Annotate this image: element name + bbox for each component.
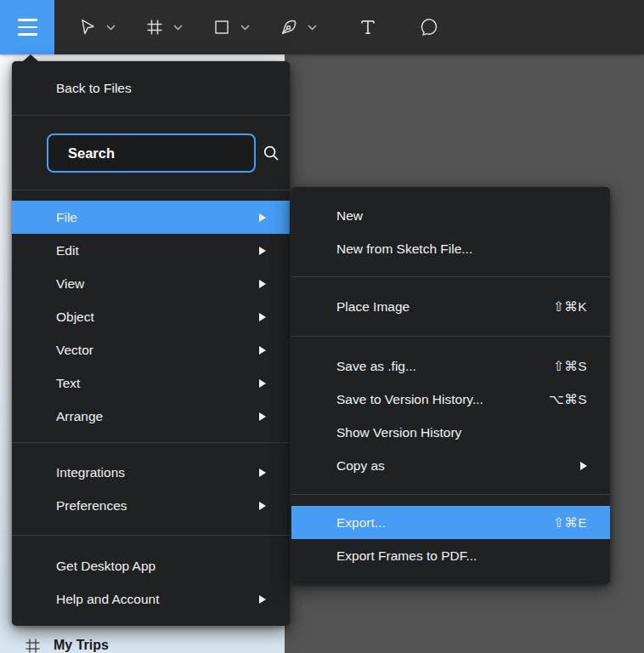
shape-tool-dropdown[interactable] xyxy=(239,25,251,31)
hamburger-icon xyxy=(18,19,37,21)
submenu-arrow-icon xyxy=(259,595,266,604)
submenu-arrow-icon xyxy=(259,247,266,255)
menu-section-app: Get Desktop App Help and Account xyxy=(12,536,290,626)
submenu-arrow-icon xyxy=(259,502,266,510)
shortcut-label: ⌥⌘S xyxy=(549,392,587,407)
submenu-section-export: Export... ⇧⌘E Export Frames to PDF... xyxy=(291,495,610,584)
main-menu-panel: Back to Files File Edit View Object xyxy=(12,61,290,626)
shape-tool-group xyxy=(212,17,251,37)
pen-tool-dropdown[interactable] xyxy=(306,25,319,31)
menu-item-vector[interactable]: Vector xyxy=(12,333,290,366)
submenu-section-new: New New from Sketch File... xyxy=(291,187,610,277)
comment-tool-button[interactable] xyxy=(419,17,439,37)
menu-item-save-to-version-history[interactable]: Save to Version History... ⌥⌘S xyxy=(291,383,610,416)
menu-item-save-as-fig[interactable]: Save as .fig... ⇧⌘S xyxy=(291,349,610,383)
comment-icon xyxy=(419,17,439,37)
search-input[interactable] xyxy=(48,135,263,171)
menu-item-new[interactable]: New xyxy=(291,199,610,232)
menu-item-arrange[interactable]: Arrange xyxy=(12,400,290,433)
submenu-arrow-icon xyxy=(259,379,266,388)
move-tool-dropdown[interactable] xyxy=(105,25,117,31)
frame-title[interactable]: My Trips xyxy=(25,638,109,653)
menu-section-back: Back to Files xyxy=(12,61,290,116)
file-submenu-panel: New New from Sketch File... Place Image … xyxy=(291,187,610,584)
hamburger-menu-button[interactable] xyxy=(0,0,54,54)
submenu-arrow-icon xyxy=(259,468,266,477)
menu-item-object[interactable]: Object xyxy=(12,300,290,333)
menu-section-search xyxy=(12,116,290,190)
menu-item-get-desktop-app[interactable]: Get Desktop App xyxy=(12,549,290,582)
menu-item-help-and-account[interactable]: Help and Account xyxy=(12,582,290,616)
menu-item-back-to-files[interactable]: Back to Files xyxy=(12,71,290,105)
submenu-arrow-icon xyxy=(259,213,266,222)
shortcut-label: ⇧⌘K xyxy=(553,299,587,315)
submenu-arrow-icon xyxy=(580,462,587,470)
menu-item-export-frames-to-pdf[interactable]: Export Frames to PDF... xyxy=(291,539,610,572)
menu-item-edit[interactable]: Edit xyxy=(12,234,290,267)
pen-tool-group xyxy=(279,17,319,37)
menu-section-integrations: Integrations Preferences xyxy=(12,443,290,536)
frame-tool-group xyxy=(144,17,184,37)
move-tool-button[interactable] xyxy=(77,17,98,37)
shortcut-label: ⇧⌘S xyxy=(553,359,587,374)
frame-tool-dropdown[interactable] xyxy=(172,25,184,31)
menu-item-show-version-history[interactable]: Show Version History xyxy=(291,416,610,449)
menu-item-integrations[interactable]: Integrations xyxy=(12,456,290,489)
frame-icon xyxy=(144,17,165,37)
menu-item-text[interactable]: Text xyxy=(12,366,290,400)
pen-tool-button[interactable] xyxy=(279,17,299,37)
menu-item-new-from-sketch[interactable]: New from Sketch File... xyxy=(291,232,610,265)
shortcut-label: ⇧⌘E xyxy=(553,515,587,531)
submenu-arrow-icon xyxy=(259,280,266,288)
search-box xyxy=(47,133,256,173)
chevron-down-icon xyxy=(308,25,317,31)
menu-item-view[interactable]: View xyxy=(12,267,290,300)
cursor-icon xyxy=(77,17,98,37)
menu-item-preferences[interactable]: Preferences xyxy=(12,489,290,522)
toolbar xyxy=(0,0,644,54)
chevron-down-icon xyxy=(240,25,250,31)
text-icon xyxy=(358,17,378,37)
pen-icon xyxy=(279,17,299,37)
submenu-arrow-icon xyxy=(259,313,266,321)
submenu-section-place: Place Image ⇧⌘K xyxy=(291,277,610,337)
menu-item-export[interactable]: Export... ⇧⌘E xyxy=(291,506,610,539)
frame-tool-button[interactable] xyxy=(144,17,165,37)
text-tool-button[interactable] xyxy=(358,17,378,37)
search-icon xyxy=(263,145,280,162)
submenu-section-save: Save as .fig... ⇧⌘S Save to Version Hist… xyxy=(291,337,610,495)
move-tool-group xyxy=(77,17,117,37)
menu-item-file[interactable]: File xyxy=(12,201,290,234)
chevron-down-icon xyxy=(173,25,183,31)
menu-item-place-image[interactable]: Place Image ⇧⌘K xyxy=(291,290,610,323)
submenu-arrow-icon xyxy=(259,346,266,355)
chevron-down-icon xyxy=(106,25,116,31)
shape-tool-button[interactable] xyxy=(212,17,232,37)
menu-item-copy-as[interactable]: Copy as xyxy=(291,449,610,482)
toolbar-tools xyxy=(77,0,439,54)
frame-icon xyxy=(25,639,40,653)
comment-tool-group xyxy=(419,17,439,37)
frame-title-label: My Trips xyxy=(54,638,109,653)
text-tool-group xyxy=(358,17,378,37)
submenu-arrow-icon xyxy=(259,412,266,421)
rectangle-icon xyxy=(212,17,232,37)
menu-section-main: File Edit View Object Vector Text Arrang… xyxy=(12,190,290,443)
